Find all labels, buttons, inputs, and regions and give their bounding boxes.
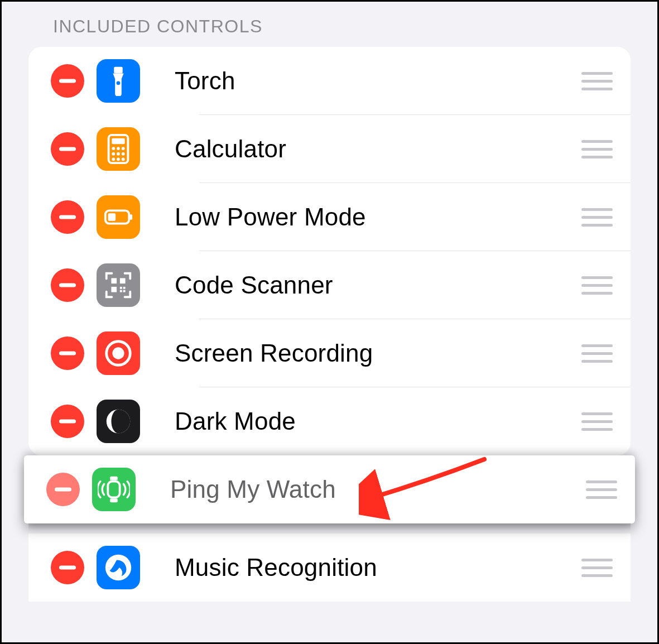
control-row-torch[interactable]: Torch: [28, 47, 631, 115]
minus-icon: [46, 473, 80, 506]
dark-mode-icon: [97, 400, 140, 443]
control-row-ping-my-watch[interactable]: Ping My Watch: [24, 455, 635, 523]
screen-recording-icon: [97, 331, 140, 375]
included-controls-list: Torch Calculator Low Power Mode Cod: [28, 47, 631, 455]
minus-icon: [51, 551, 84, 584]
control-row-code-scanner[interactable]: Code Scanner: [28, 251, 631, 319]
control-row-dark-mode[interactable]: Dark Mode: [28, 387, 631, 455]
control-row-low-power-mode[interactable]: Low Power Mode: [28, 183, 631, 251]
remove-button[interactable]: [51, 64, 84, 98]
control-label: Torch: [175, 67, 581, 95]
remove-button[interactable]: [46, 473, 80, 506]
remove-button[interactable]: [51, 200, 84, 234]
torch-icon: [97, 59, 140, 103]
calculator-icon: [97, 127, 140, 171]
control-label: Code Scanner: [175, 271, 581, 299]
minus-icon: [51, 405, 84, 438]
remove-button[interactable]: [51, 551, 84, 584]
drag-handle[interactable]: [581, 206, 613, 228]
drag-handle[interactable]: [581, 274, 613, 296]
minus-icon: [51, 132, 84, 166]
control-label: Ping My Watch: [170, 475, 586, 503]
control-label: Music Recognition: [175, 554, 581, 581]
control-label: Dark Mode: [175, 407, 581, 435]
control-row-screen-recording[interactable]: Screen Recording: [28, 319, 631, 387]
section-header-included-controls: INCLUDED CONTROLS: [2, 2, 657, 47]
remove-button[interactable]: [51, 405, 84, 438]
low-power-mode-icon: [97, 195, 140, 239]
control-label: Calculator: [175, 135, 581, 163]
control-row-music-recognition[interactable]: Music Recognition: [28, 534, 631, 602]
control-label: Low Power Mode: [175, 203, 581, 231]
control-row-calculator[interactable]: Calculator: [28, 115, 631, 183]
code-scanner-icon: [97, 263, 140, 307]
drop-gap: [28, 523, 631, 534]
minus-icon: [51, 64, 84, 98]
remove-button[interactable]: [51, 337, 84, 370]
control-label: Screen Recording: [175, 339, 581, 367]
remove-button[interactable]: [51, 268, 84, 302]
ping-my-watch-icon: [92, 468, 136, 511]
drag-handle[interactable]: [581, 410, 613, 432]
drag-handle[interactable]: [581, 556, 613, 579]
drag-handle[interactable]: [581, 70, 613, 92]
minus-icon: [51, 337, 84, 370]
drag-handle[interactable]: [581, 138, 613, 160]
minus-icon: [51, 268, 84, 302]
drag-handle[interactable]: [586, 478, 617, 501]
drag-handle[interactable]: [581, 342, 613, 364]
remove-button[interactable]: [51, 132, 84, 166]
minus-icon: [51, 200, 84, 234]
music-recognition-icon: [97, 546, 140, 589]
included-controls-list-continued: Music Recognition: [28, 534, 631, 602]
